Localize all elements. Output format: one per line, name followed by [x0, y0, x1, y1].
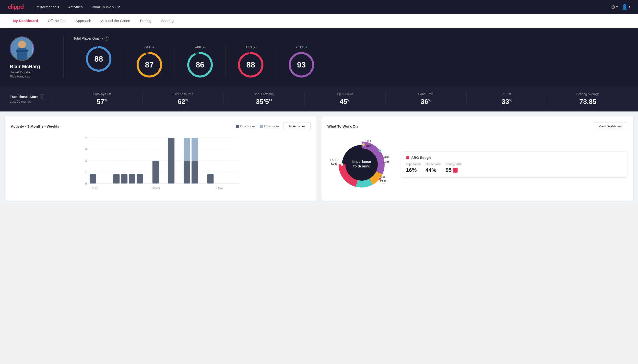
- logo[interactable]: clippd: [8, 4, 24, 10]
- svg-text:OTT: OTT: [365, 139, 372, 143]
- nav-right: ⊕ ▾ 👤 ▾: [611, 4, 630, 10]
- tab-my-dashboard[interactable]: My Dashboard: [8, 14, 43, 28]
- donut-svg: Importance To Scoring PUTT 57% OTT 10% A…: [327, 135, 396, 194]
- svg-rect-31: [184, 160, 190, 184]
- view-dashboard-button[interactable]: View Dashboard: [594, 122, 627, 130]
- svg-rect-28: [137, 174, 143, 184]
- svg-rect-30: [168, 138, 174, 184]
- stat-up-down: Up & Down 45%: [305, 92, 386, 106]
- lower-section: Activity - 3 Months - Weekly On course O…: [0, 112, 638, 206]
- svg-text:57%: 57%: [331, 162, 337, 166]
- activity-chart-card: Activity - 3 Months - Weekly On course O…: [5, 116, 317, 201]
- svg-point-1: [18, 40, 26, 48]
- off-course-dot: [260, 125, 263, 128]
- stat-sand-save: Sand Save 36%: [386, 92, 467, 106]
- svg-rect-35: [207, 174, 214, 184]
- stat-app-proximity: App. Proximity 35'5": [224, 92, 305, 106]
- svg-text:3: 3: [85, 148, 87, 150]
- svg-text:To Scoring: To Scoring: [353, 164, 370, 168]
- stats-help-icon[interactable]: ?: [40, 94, 44, 99]
- all-activities-button[interactable]: All Activities: [284, 122, 311, 130]
- svg-text:21%: 21%: [380, 180, 386, 183]
- svg-rect-3: [16, 50, 28, 52]
- nav-activities[interactable]: Activities: [68, 5, 83, 9]
- svg-rect-33: [192, 160, 198, 184]
- overall-circle: 88: [85, 46, 112, 72]
- quality-title: Total Player Quality ?: [73, 36, 628, 40]
- work-header: What To Work On View Dashboard: [327, 122, 627, 130]
- stats-title-group: Traditional Stats ? Last 20 rounds: [10, 94, 54, 104]
- svg-text:12%: 12%: [383, 160, 389, 164]
- svg-text:2: 2: [85, 159, 87, 162]
- tab-approach[interactable]: Approach: [71, 14, 96, 28]
- what-to-work-on-card: What To Work On View Dashboard: [321, 116, 633, 201]
- info-metric-importance: Importance 16%: [406, 162, 420, 173]
- tab-around-the-green[interactable]: Around the Green: [96, 14, 135, 28]
- chart-header: Activity - 3 Months - Weekly On course O…: [11, 122, 311, 130]
- svg-text:0: 0: [85, 182, 87, 185]
- svg-rect-32: [184, 138, 190, 160]
- svg-text:Importance: Importance: [352, 160, 371, 164]
- svg-text:28 Mar: 28 Mar: [151, 186, 160, 190]
- ott-circle: 87: [136, 51, 163, 78]
- svg-rect-27: [129, 174, 135, 184]
- svg-text:1: 1: [85, 171, 87, 174]
- stat-1-putt: 1 Putt 33%: [467, 92, 548, 106]
- svg-point-56: [362, 143, 365, 146]
- svg-point-58: [379, 178, 381, 180]
- score-putt: PUTT ↗ 93: [276, 46, 327, 78]
- score-arg: ARG ↗ 88: [226, 46, 276, 78]
- tab-off-the-tee[interactable]: Off the Tee: [43, 14, 71, 28]
- svg-text:10%: 10%: [365, 144, 372, 148]
- app-circle: 86: [186, 51, 214, 78]
- player-country: United Kingdom: [10, 70, 33, 74]
- svg-text:4: 4: [85, 136, 87, 139]
- on-course-dot: [236, 125, 239, 128]
- chart-area: 4 3 2 1 0: [11, 135, 311, 195]
- score-app: APP ↗ 86: [175, 46, 226, 78]
- sub-nav: My Dashboard Off the Tee Approach Around…: [0, 14, 638, 28]
- info-metrics: Importance 16% Opportunity 44% Shot Qual…: [406, 162, 622, 173]
- svg-rect-34: [192, 138, 198, 160]
- work-body: Importance To Scoring PUTT 57% OTT 10% A…: [327, 135, 627, 194]
- arg-trend-icon: ↗: [253, 46, 256, 50]
- info-dot: [406, 156, 409, 160]
- chart-legend: On course Off course All Activities: [236, 122, 311, 130]
- svg-point-55: [341, 163, 343, 166]
- stat-fairways-hit: Fairways Hit 57%: [62, 92, 143, 106]
- arg-circle: 88: [237, 51, 264, 78]
- legend-on-course: On course: [236, 124, 255, 128]
- stat-scoring-avg: Scoring Average 73.85: [547, 92, 628, 106]
- svg-text:PUTT: PUTT: [330, 158, 338, 162]
- stats-subtitle: Last 20 rounds: [10, 100, 46, 104]
- svg-rect-24: [90, 174, 96, 184]
- stats-items: Fairways Hit 57% Greens In Reg 62% App. …: [54, 92, 628, 106]
- player-info: Blair McHarg United Kingdom Plus Handica…: [10, 36, 64, 78]
- svg-text:9 May: 9 May: [216, 186, 223, 190]
- tab-putting[interactable]: Putting: [135, 14, 156, 28]
- info-card-title: ARG Rough: [406, 156, 622, 160]
- ott-trend-icon: ↗: [151, 46, 154, 50]
- quality-help-icon[interactable]: ?: [105, 36, 109, 40]
- down-arrow-badge: ↓: [453, 168, 458, 172]
- info-metric-shot-quality: Shot Quality 95 ↓: [446, 162, 462, 173]
- scores-row: 88 OTT ↗ 87 APP: [73, 46, 628, 78]
- app-trend-icon: ↗: [202, 46, 205, 50]
- nav-links: Performance ▾ Activities What To Work On: [36, 5, 611, 9]
- svg-rect-26: [121, 174, 128, 184]
- svg-text:APP: APP: [383, 156, 389, 159]
- avatar: [10, 36, 34, 61]
- nav-what-to-work-on[interactable]: What To Work On: [92, 5, 120, 9]
- add-button[interactable]: ⊕ ▾: [611, 4, 618, 10]
- quality-section: Total Player Quality ? 88 OTT ↗: [64, 36, 628, 78]
- player-handicap: Plus Handicap: [10, 74, 30, 78]
- hero-section: Blair McHarg United Kingdom Plus Handica…: [0, 28, 638, 86]
- work-title: What To Work On: [327, 124, 358, 128]
- nav-performance[interactable]: Performance ▾: [36, 5, 60, 9]
- bar-chart-svg: 4 3 2 1 0: [11, 135, 311, 194]
- svg-rect-25: [113, 174, 120, 184]
- profile-button[interactable]: 👤 ▾: [621, 4, 630, 10]
- stats-section: Traditional Stats ? Last 20 rounds Fairw…: [0, 86, 638, 112]
- tab-scoring[interactable]: Scoring: [156, 14, 178, 28]
- player-name: Blair McHarg: [10, 64, 40, 70]
